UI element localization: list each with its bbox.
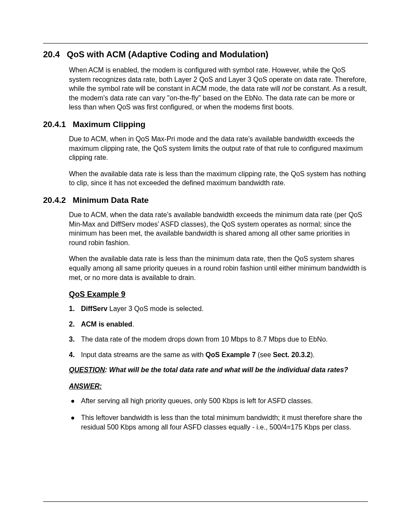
question-line: QUESTION: What will be the total data ra… xyxy=(69,365,368,375)
sub2-para-1: Due to ACM, when the data rate's availab… xyxy=(69,210,368,247)
section-heading-20-4: 20.4 QoS with ACM (Adaptive Coding and M… xyxy=(43,50,368,59)
section-number: 20.4 xyxy=(43,50,60,59)
subsection-title: Maximum Clipping xyxy=(73,120,146,129)
list-text: DiffServ Layer 3 QoS mode is selected. xyxy=(81,304,368,314)
list-number: 4. xyxy=(69,350,81,360)
answer-list: ● After serving all high priority queues… xyxy=(69,396,368,432)
bullet-icon: ● xyxy=(69,396,81,406)
section-para-1: When ACM is enabled, the modem is config… xyxy=(69,65,368,112)
bold: Sect. 20.3.2 xyxy=(273,351,311,358)
list-text: After serving all high priority queues, … xyxy=(81,396,368,406)
text: ). xyxy=(311,351,315,358)
sub1-para-2: When the available data rate is less tha… xyxy=(69,169,368,188)
emphasis-not: not xyxy=(282,85,291,92)
bottom-rule xyxy=(43,501,368,502)
subsection-number: 20.4.2 xyxy=(43,196,66,205)
list-text: Input data streams are the same as with … xyxy=(81,350,368,360)
bullet-icon: ● xyxy=(69,413,81,432)
subsection-title: Minimum Data Rate xyxy=(73,196,149,205)
example-list: 1. DiffServ Layer 3 QoS mode is selected… xyxy=(69,304,368,359)
subsection-body: Due to ACM, when in QoS Max-Pri mode and… xyxy=(69,134,368,188)
list-item: 3. The data rate of the modem drops down… xyxy=(69,335,368,344)
list-item: 1. DiffServ Layer 3 QoS mode is selected… xyxy=(69,304,368,314)
subsection-heading-20-4-1: 20.4.1 Maximum Clipping xyxy=(43,120,368,129)
list-number: 1. xyxy=(69,304,81,314)
text: . xyxy=(132,320,134,328)
subsection-number: 20.4.1 xyxy=(43,120,66,129)
section-title: QoS with ACM (Adaptive Coding and Modula… xyxy=(67,50,368,59)
subsection-heading-20-4-2: 20.4.2 Minimum Data Rate xyxy=(43,196,368,205)
answer-colon: : xyxy=(100,383,102,390)
list-item: 4. Input data streams are the same as wi… xyxy=(69,350,368,360)
bold: DiffServ xyxy=(81,305,107,312)
list-text: The data rate of the modem drops down fr… xyxy=(81,335,368,344)
example-body: 1. DiffServ Layer 3 QoS mode is selected… xyxy=(69,304,368,432)
list-text: This leftover bandwidth is less than the… xyxy=(81,413,368,432)
question-label: QUESTION xyxy=(69,366,105,373)
text: Input data streams are the same as with xyxy=(81,351,206,358)
list-number: 2. xyxy=(69,320,81,329)
top-rule xyxy=(43,43,368,44)
bold: QoS Example 7 xyxy=(206,351,256,358)
list-number: 3. xyxy=(69,335,81,344)
subsection-body: Due to ACM, when the data rate's availab… xyxy=(69,210,368,282)
section-body: When ACM is enabled, the modem is config… xyxy=(69,65,368,112)
list-text: ACM is enabled. xyxy=(81,320,368,329)
answer-label-line: ANSWER: xyxy=(69,382,368,391)
sub1-para-1: Due to ACM, when in QoS Max-Pri mode and… xyxy=(69,134,368,162)
question-text: : What will be the total data rate and w… xyxy=(105,366,349,373)
page: 20.4 QoS with ACM (Adaptive Coding and M… xyxy=(0,0,411,532)
sub2-para-2: When the available data rate is less tha… xyxy=(69,254,368,282)
bold: ACM is enabled xyxy=(81,320,132,328)
list-item: ● After serving all high priority queues… xyxy=(69,396,368,406)
list-item: 2. ACM is enabled. xyxy=(69,320,368,329)
text: (see xyxy=(256,351,273,358)
text: Layer 3 QoS mode is selected. xyxy=(107,305,203,312)
example-heading: QoS Example 9 xyxy=(69,290,368,299)
answer-label: ANSWER xyxy=(69,383,100,390)
list-item: ● This leftover bandwidth is less than t… xyxy=(69,413,368,432)
